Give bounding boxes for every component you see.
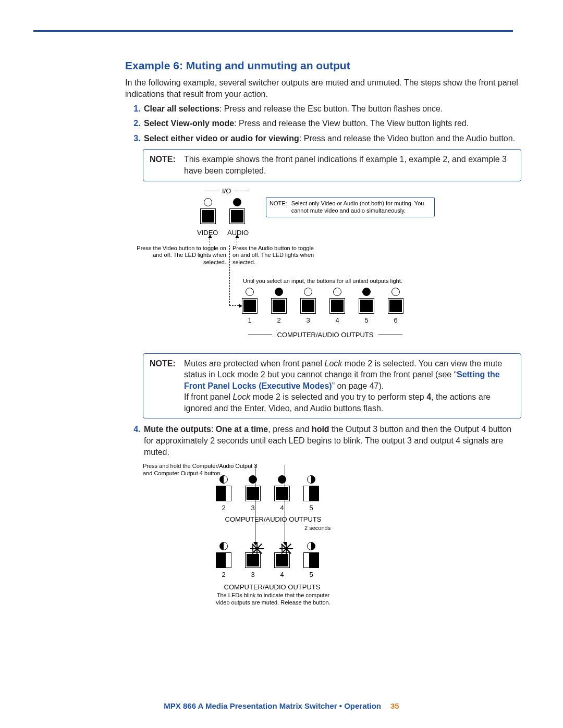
note-label: NOTE:: [150, 154, 177, 176]
output-4: 4: [329, 288, 345, 325]
untied-caption: Until you select an input, the buttons f…: [243, 277, 402, 285]
d2-outputs-label-2: COMPUTER/AUDIO OUTPUTS: [224, 583, 321, 591]
d2-out-3a: 3: [245, 475, 261, 513]
note-body-2: Mutes are protected when front panel Loc…: [184, 358, 515, 414]
diagram-2: Press and hold the Computer/Audio Output…: [143, 463, 521, 624]
video-button: [200, 198, 216, 224]
step-1: Clear all selections: Press and release …: [143, 103, 521, 115]
output-3: 3: [300, 288, 316, 325]
step-3: Select either video or audio for viewing…: [143, 133, 521, 144]
intro-paragraph: In the following example, several switch…: [125, 77, 521, 100]
note-body: This example shows the front panel indic…: [184, 154, 515, 176]
audio-caption: Press the Audio button to toggle on and …: [232, 245, 321, 266]
step-2: Select View-only mode: Press and release…: [143, 118, 521, 129]
step-4: Mute the outputs: One at a time, press a…: [143, 424, 521, 458]
output-6: 6: [388, 288, 403, 325]
top-rule: [33, 30, 513, 32]
blink-caption: The LEDs blink to indicate that the comp…: [216, 592, 331, 607]
note-box-2: NOTE: Mutes are protected when front pan…: [143, 353, 521, 419]
output-5: 5: [359, 288, 374, 325]
diagram-note-box: NOTE: Select only Video or Audio (not bo…: [266, 197, 435, 218]
output-1: 1: [242, 288, 258, 325]
outputs-label: COMPUTER/AUDIO OUTPUTS: [274, 331, 377, 339]
d2-out-5b: 5: [303, 542, 319, 579]
two-seconds-label: 2 seconds: [304, 524, 331, 532]
steps-list: Clear all selections: Press and release …: [125, 103, 521, 144]
note-box-1: NOTE: This example shows the front panel…: [143, 149, 521, 181]
steps-list-2: Mute the outputs: One at a time, press a…: [125, 424, 521, 458]
d2-out-4a: 4: [274, 475, 290, 513]
video-caption: Press the Video button to toggle on and …: [132, 245, 226, 266]
output-2: 2: [271, 288, 287, 325]
diagram-1: I/O VIDEO AUDIO Press the Video button t…: [143, 187, 521, 348]
d2-out-5a: 5: [303, 475, 319, 513]
d2-outputs-label-1: COMPUTER/AUDIO OUTPUTS: [225, 515, 322, 523]
note-label-2: NOTE:: [150, 358, 177, 414]
section-heading: Example 6: Muting and unmuting an output: [125, 58, 521, 73]
audio-button: [229, 198, 245, 224]
d2-out-2a: 2: [216, 475, 231, 513]
d2-out-3b: 3: [245, 544, 261, 579]
page-footer: MPX 866 A Media Presentation Matrix Swit…: [0, 701, 563, 711]
d2-out-4b: 4: [274, 544, 290, 579]
arrow-down-1: [255, 465, 255, 542]
content-area: Example 6: Muting and unmuting an output…: [125, 58, 521, 628]
io-label: I/O: [222, 187, 231, 196]
d2-out-2b: 2: [216, 542, 231, 579]
arrow-down-2: [285, 465, 285, 542]
